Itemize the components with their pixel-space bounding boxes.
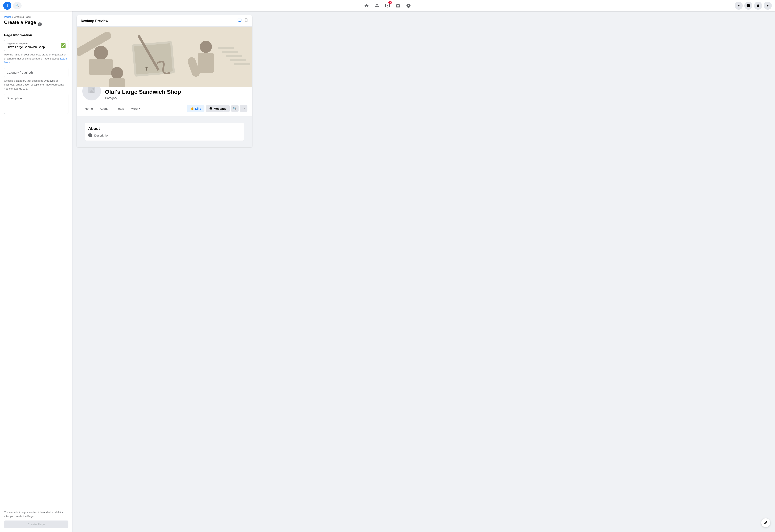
breadcrumb-current: Create a Page	[14, 15, 31, 18]
svg-rect-15	[234, 63, 250, 65]
account-menu-button[interactable]: ▾	[764, 2, 772, 10]
svg-point-16	[111, 67, 123, 79]
page-nav-left: Home About Photos More ▾	[81, 105, 186, 112]
about-section-title: About	[88, 126, 241, 131]
page-title: Create a Page	[4, 20, 36, 25]
more-options-button[interactable]: ···	[240, 105, 248, 112]
cover-illustration	[77, 27, 252, 87]
more-chevron-icon: ▾	[138, 107, 140, 110]
breadcrumb: Pages › Create a Page	[4, 15, 68, 18]
about-section: About i Description	[85, 123, 244, 141]
svg-point-20	[92, 88, 94, 90]
add-button[interactable]: +	[735, 2, 743, 10]
notifications-button[interactable]	[754, 2, 762, 10]
left-panel: Pages › Create a Page Create a Page i Pa…	[0, 11, 73, 532]
svg-rect-13	[226, 55, 242, 57]
nav-home-page[interactable]: Home	[81, 105, 96, 112]
svg-rect-14	[230, 59, 246, 61]
nav-groups-btn[interactable]	[404, 1, 413, 10]
edit-fab[interactable]	[761, 518, 770, 527]
svg-rect-3	[89, 59, 113, 75]
right-panel: Desktop Preview	[73, 11, 775, 532]
page-name-group: Page name (required) Olaf's Large Sandwi…	[4, 40, 68, 65]
search-box[interactable]: 🔍	[13, 2, 22, 9]
preview-header: Desktop Preview	[77, 15, 252, 27]
page-name-input[interactable]: Page name (required) Olaf's Large Sandwi…	[4, 40, 68, 51]
description-input[interactable]: Description	[4, 94, 68, 114]
navbar-left: f 🔍	[3, 2, 196, 10]
nav-home-btn[interactable]	[362, 1, 371, 10]
profile-info: Olaf's Large Sandwich Shop Category	[105, 89, 181, 101]
messenger-button[interactable]	[744, 2, 752, 10]
about-description-text: Description	[94, 134, 109, 137]
profile-name: Olaf's Large Sandwich Shop	[105, 89, 181, 95]
watch-badge: 9	[388, 1, 392, 4]
page-nav: Home About Photos More ▾ 👍 Like	[81, 104, 248, 113]
like-thumb-icon: 👍	[190, 107, 194, 110]
avatar-placeholder-icon	[85, 85, 98, 97]
mobile-view-icon[interactable]	[244, 18, 248, 24]
facebook-logo[interactable]: f	[3, 2, 11, 10]
svg-point-2	[94, 46, 108, 60]
nav-watch-btn[interactable]: 9	[383, 1, 392, 10]
svg-rect-17	[109, 78, 125, 87]
bottom-note: You can add images, contact info and oth…	[4, 506, 68, 518]
description-group: Description	[4, 94, 68, 114]
breadcrumb-pages-link[interactable]: Pages	[4, 15, 11, 18]
category-input[interactable]: Category (required)	[4, 68, 68, 77]
search-icon: 🔍	[15, 4, 19, 7]
svg-rect-11	[218, 47, 234, 49]
profile-category: Category	[105, 96, 181, 100]
page-name-value: Olaf's Large Sandwich Shop	[7, 45, 45, 49]
nav-about-page[interactable]: About	[96, 105, 111, 112]
messenger-icon	[209, 107, 213, 111]
navbar-center: 9	[196, 1, 579, 10]
page-name-helper: Use the name of your business, brand or …	[4, 53, 68, 65]
preview-container: Desktop Preview	[77, 15, 252, 147]
desktop-view-icon[interactable]	[237, 18, 242, 24]
preview-view-toggle	[237, 18, 248, 24]
nav-more-page[interactable]: More ▾	[127, 105, 143, 112]
cover-photo	[77, 27, 252, 87]
about-info-icon: i	[88, 133, 92, 137]
category-group: Category (required) Choose a category th…	[4, 68, 68, 91]
preview-title: Desktop Preview	[81, 19, 108, 23]
navbar-right: + ▾	[579, 2, 772, 10]
main-layout: Pages › Create a Page Create a Page i Pa…	[0, 11, 775, 532]
nav-marketplace-btn[interactable]	[393, 1, 403, 10]
about-description-item: i Description	[88, 133, 241, 137]
svg-point-6	[200, 41, 212, 53]
svg-rect-7	[198, 53, 214, 73]
message-button[interactable]: Message	[206, 105, 230, 112]
section-title: Page Information	[4, 33, 68, 37]
category-helper: Choose a category that describes what ty…	[4, 79, 68, 91]
nav-photos-page[interactable]: Photos	[111, 105, 127, 112]
nav-friends-btn[interactable]	[372, 1, 382, 10]
check-icon: ✅	[61, 43, 66, 48]
navbar: f 🔍 9 + ▾	[0, 0, 775, 11]
page-name-label: Page name (required)	[7, 42, 66, 45]
search-page-button[interactable]: 🔍	[231, 105, 239, 112]
info-icon[interactable]: i	[38, 22, 42, 26]
create-page-button[interactable]: Create Page	[4, 521, 68, 528]
page-nav-right: 👍 Like Message 🔍 ···	[187, 105, 248, 112]
svg-rect-12	[222, 51, 238, 53]
like-button[interactable]: 👍 Like	[187, 105, 205, 112]
